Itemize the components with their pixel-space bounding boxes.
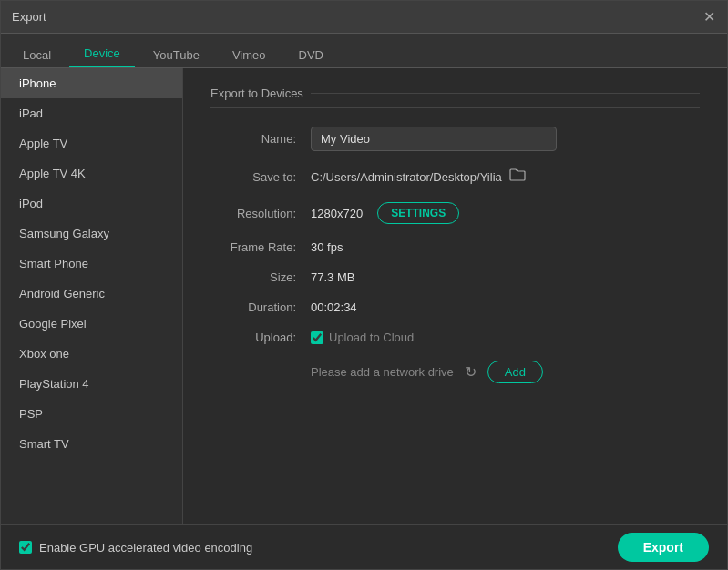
sidebar-item-iphone[interactable]: iPhone xyxy=(1,68,182,98)
duration-label: Duration: xyxy=(210,300,311,314)
tab-dvd[interactable]: DVD xyxy=(284,43,338,67)
size-value: 77.3 MB xyxy=(311,270,700,284)
tab-local[interactable]: Local xyxy=(8,43,66,67)
upload-cloud-checkbox[interactable] xyxy=(311,331,323,344)
network-drive-controls: Please add a network drive ↻ Add xyxy=(311,361,543,383)
sidebar-item-ipod[interactable]: iPod xyxy=(1,188,182,219)
resolution-value: 1280x720 xyxy=(311,207,363,220)
name-label: Name: xyxy=(210,132,311,146)
export-button[interactable]: Export xyxy=(618,533,709,562)
sidebar-item-playstation-4[interactable]: PlayStation 4 xyxy=(1,369,182,399)
save-to-path: C:/Users/Administrator/Desktop/Yilia xyxy=(311,170,502,184)
duration-value: 00:02:34 xyxy=(311,300,700,314)
resolution-controls: 1280x720 SETTINGS xyxy=(311,202,459,224)
refresh-icon[interactable]: ↻ xyxy=(465,363,477,381)
settings-button[interactable]: SETTINGS xyxy=(377,202,459,224)
sidebar-item-apple-tv[interactable]: Apple TV xyxy=(1,128,182,158)
name-input[interactable] xyxy=(311,127,557,151)
size-label: Size: xyxy=(210,270,311,284)
sidebar-item-android-generic[interactable]: Android Generic xyxy=(1,279,182,309)
tab-bar: Local Device YouTube Vimeo DVD xyxy=(1,34,727,68)
content-area: iPhone iPad Apple TV Apple TV 4K iPod Sa… xyxy=(1,68,727,524)
upload-cloud-text: Upload to Cloud xyxy=(329,331,414,344)
network-drive-text: Please add a network drive xyxy=(311,365,454,379)
add-button[interactable]: Add xyxy=(487,361,543,383)
gpu-label-text: Enable GPU accelerated video encoding xyxy=(39,541,252,555)
main-panel: Export to Devices Name: Save to: C:/User… xyxy=(183,68,727,524)
upload-section: Upload to Cloud xyxy=(311,331,414,344)
duration-row: Duration: 00:02:34 xyxy=(210,300,700,314)
upload-row: Upload: Upload to Cloud xyxy=(210,331,700,344)
path-container: C:/Users/Administrator/Desktop/Yilia xyxy=(311,168,526,186)
close-button[interactable]: ✕ xyxy=(702,10,716,25)
gpu-encoding-label[interactable]: Enable GPU accelerated video encoding xyxy=(19,541,252,555)
resolution-row: Resolution: 1280x720 SETTINGS xyxy=(210,202,700,224)
tab-vimeo[interactable]: Vimeo xyxy=(218,43,281,67)
resolution-label: Resolution: xyxy=(210,207,311,220)
network-drive-row: Please add a network drive ↻ Add xyxy=(210,361,700,383)
sidebar-item-smart-phone[interactable]: Smart Phone xyxy=(1,249,182,279)
gpu-encoding-checkbox[interactable] xyxy=(19,541,32,554)
size-row: Size: 77.3 MB xyxy=(210,270,700,284)
title-bar: Export ✕ xyxy=(1,1,727,34)
name-row: Name: xyxy=(210,127,700,151)
device-sidebar: iPhone iPad Apple TV Apple TV 4K iPod Sa… xyxy=(1,68,183,524)
frame-rate-label: Frame Rate: xyxy=(210,240,311,254)
frame-rate-value: 30 fps xyxy=(311,240,700,254)
export-window: Export ✕ Local Device YouTube Vimeo DVD … xyxy=(0,0,728,570)
upload-label: Upload: xyxy=(210,331,311,344)
sidebar-item-samsung-galaxy[interactable]: Samsung Galaxy xyxy=(1,219,182,249)
sidebar-item-apple-tv-4k[interactable]: Apple TV 4K xyxy=(1,158,182,188)
tab-device[interactable]: Device xyxy=(69,41,135,67)
sidebar-item-google-pixel[interactable]: Google Pixel xyxy=(1,309,182,339)
folder-icon[interactable] xyxy=(509,168,526,186)
section-title: Export to Devices xyxy=(210,87,700,108)
save-to-label: Save to: xyxy=(210,170,311,184)
sidebar-item-xbox-one[interactable]: Xbox one xyxy=(1,339,182,369)
sidebar-item-smart-tv[interactable]: Smart TV xyxy=(1,429,182,459)
save-to-row: Save to: C:/Users/Administrator/Desktop/… xyxy=(210,168,700,186)
sidebar-item-psp[interactable]: PSP xyxy=(1,399,182,429)
bottom-bar: Enable GPU accelerated video encoding Ex… xyxy=(1,524,727,569)
upload-cloud-label[interactable]: Upload to Cloud xyxy=(311,331,414,344)
tab-youtube[interactable]: YouTube xyxy=(138,43,214,67)
window-title: Export xyxy=(12,10,46,24)
frame-rate-row: Frame Rate: 30 fps xyxy=(210,240,700,254)
sidebar-item-ipad[interactable]: iPad xyxy=(1,98,182,128)
